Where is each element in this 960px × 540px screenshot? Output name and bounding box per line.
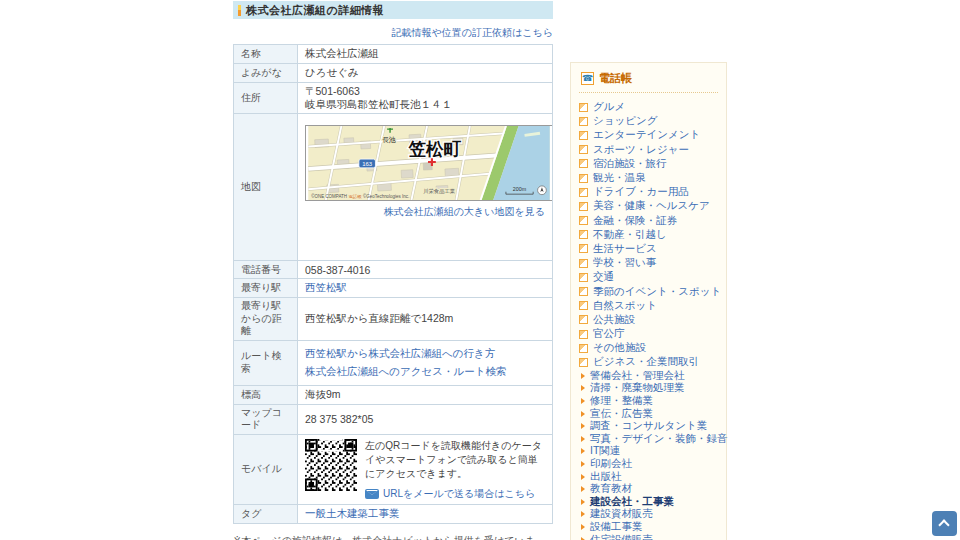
arrow-right-icon (581, 524, 585, 530)
sidebar-category-item[interactable]: 生活サービス (579, 242, 718, 256)
row-label: タグ (234, 504, 298, 523)
sidebar-category-item[interactable]: 美容・健康・ヘルスケア (579, 199, 718, 213)
sidebar-category-link[interactable]: 自然スポット (593, 299, 657, 313)
sidebar-category-link[interactable]: 生活サービス (593, 242, 657, 256)
memo-icon (579, 216, 588, 225)
sidebar-category-item[interactable]: エンターテインメント (579, 128, 718, 142)
memo-icon (579, 273, 588, 282)
sidebar-category-item[interactable]: 宿泊施設・旅行 (579, 157, 718, 171)
sidebar-category-item[interactable]: 交通 (579, 270, 718, 284)
sidebar-category-item[interactable]: 自然スポット (579, 299, 718, 313)
row-label: ルート検索 (234, 340, 298, 385)
sidebar-category-link[interactable]: 官公庁 (593, 327, 625, 341)
nearest-station-link[interactable]: 西笠松駅 (305, 281, 347, 293)
arrow-right-icon (581, 486, 585, 492)
sidebar-category-item[interactable]: 季節のイベント・スポット (579, 284, 718, 298)
sidebar-business-link[interactable]: 住宅設備販売 (590, 533, 653, 540)
sidebar-business-item[interactable]: IT関連 (579, 445, 718, 458)
sidebar-business-item[interactable]: 住宅設備販売 (579, 533, 718, 540)
sidebar-business-item[interactable]: 建設会社・工事業 (579, 496, 718, 509)
company-address: 〒501-6063 岐阜県羽島郡笠松町長池１４１ (298, 83, 553, 114)
route-shield: 163 (359, 159, 376, 168)
big-map-link[interactable]: 株式会社広瀬組の大きい地図を見る (305, 205, 545, 219)
arrow-right-icon (581, 373, 585, 379)
sidebar-category-link[interactable]: その他施設 (593, 341, 646, 355)
memo-icon (579, 330, 588, 339)
svg-text:163: 163 (362, 161, 373, 167)
sidebar-category-link[interactable]: ドライブ・カー用品 (593, 185, 689, 199)
sidebar-category-link[interactable]: 宿泊施設・旅行 (593, 157, 667, 171)
postal-code: 〒501-6063 (305, 85, 545, 98)
sidebar-category-item[interactable]: 観光・温泉 (579, 171, 718, 185)
memo-icon (579, 244, 588, 253)
address-line: 岐阜県羽島郡笠松町長池１４１ (305, 98, 545, 111)
row-label: 名称 (234, 45, 298, 64)
sidebar-category-link[interactable]: 交通 (593, 270, 614, 284)
sidebar-category-item[interactable]: 官公庁 (579, 327, 718, 341)
phone-icon: ☎ (581, 72, 594, 85)
sidebar-business-item[interactable]: 清掃・廃棄物処理業 (579, 382, 718, 395)
sidebar-category-link[interactable]: ショッピング (593, 114, 657, 128)
sidebar-category-link[interactable]: グルメ (593, 100, 625, 114)
arrow-right-icon (581, 411, 585, 417)
memo-icon (579, 174, 588, 183)
sidebar-category-link[interactable]: 観光・温泉 (593, 171, 646, 185)
sidebar-business-item[interactable]: 調査・コンサルタント業 (579, 420, 718, 433)
mapcode-value: 28 375 382*05 (298, 404, 553, 434)
sidebar-category-link[interactable]: スポーツ・レジャー (593, 143, 689, 157)
route-search-link[interactable]: 株式会社広瀬組へのアクセス・ルート検索 (305, 365, 545, 379)
sidebar-category-link[interactable]: 金融・保険・証券 (593, 214, 677, 228)
compass-icon (538, 186, 547, 195)
arrow-right-icon (581, 474, 585, 480)
route-directions-link[interactable]: 西笠松駅から株式会社広瀬組への行き方 (305, 347, 545, 361)
sidebar-business-item[interactable]: 警備会社・管理会社 (579, 370, 718, 383)
arrow-right-icon (581, 537, 585, 540)
sidebar-business-item[interactable]: 宣伝・広告業 (579, 407, 718, 420)
sidebar-business-item[interactable]: 印刷会社 (579, 458, 718, 471)
sidebar-header-label: 電話帳 (599, 71, 632, 86)
memo-icon (579, 202, 588, 211)
sidebar-category-item[interactable]: ショッピング (579, 114, 718, 128)
sidebar-business-item[interactable]: 設備工事業 (579, 521, 718, 534)
correction-request-link[interactable]: 記載情報や位置の訂正依頼はこちら (392, 27, 553, 38)
sidebar-category-item[interactable]: 学校・習い事 (579, 256, 718, 270)
sidebar-category-item[interactable]: 公共施設 (579, 313, 718, 327)
send-url-mail-link[interactable]: URLをメールで送る場合はこちら (383, 487, 535, 501)
sidebar-category-link[interactable]: 不動産・引越し (593, 228, 667, 242)
page-title-bar: 株式会社広瀬組の詳細情報 (233, 1, 553, 19)
sidebar-category-link[interactable]: 季節のイベント・スポット (593, 285, 721, 299)
memo-icon (579, 358, 588, 367)
memo-icon (579, 145, 588, 154)
sidebar-category-item[interactable]: グルメ (579, 100, 718, 114)
tag-link[interactable]: 一般土木建築工事業 (305, 507, 400, 519)
sidebar-category-link[interactable]: 学校・習い事 (593, 256, 656, 270)
sidebar-category-item[interactable]: 金融・保険・証券 (579, 214, 718, 228)
memo-icon (579, 344, 588, 353)
sidebar-category-item[interactable]: ビジネス・企業間取引 (579, 355, 718, 369)
scroll-to-top-button[interactable] (932, 511, 957, 536)
arrow-right-icon (581, 398, 585, 404)
map-image[interactable]: 163 長池 笠松町 川栄食品工業 ©ONE COMPATH 電話帳 ©GeoT… (305, 125, 553, 201)
sidebar-category-link[interactable]: 美容・健康・ヘルスケア (593, 199, 710, 213)
sidebar-business-item[interactable]: 出版社 (579, 470, 718, 483)
detail-table: 名称 株式会社広瀬組 よみがな ひろせぐみ 住所 〒501-6063 岐阜県羽島… (233, 44, 553, 524)
sidebar-category-item[interactable]: その他施設 (579, 341, 718, 355)
sidebar-business-item[interactable]: 修理・整備業 (579, 395, 718, 408)
sidebar-category-item[interactable]: スポーツ・レジャー (579, 143, 718, 157)
sidebar-header[interactable]: ☎ 電話帳 (579, 69, 718, 93)
memo-icon (579, 301, 588, 310)
sidebar-category-link[interactable]: ビジネス・企業間取引 (593, 355, 699, 369)
elevation-value: 海抜9m (298, 385, 553, 404)
sidebar-business-item[interactable]: 建設資材販売 (579, 508, 718, 521)
main-content: 株式会社広瀬組の詳細情報 記載情報や位置の訂正依頼はこちら 名称 株式会社広瀬組… (233, 0, 553, 540)
arrow-right-icon (581, 511, 585, 517)
sidebar-category-item[interactable]: ドライブ・カー用品 (579, 185, 718, 199)
arrow-right-icon (581, 448, 585, 454)
sidebar-category-item[interactable]: 不動産・引越し (579, 228, 718, 242)
sidebar-business-item[interactable]: 写真・デザイン・装飾・録音 (579, 433, 718, 446)
table-row: 住所 〒501-6063 岐阜県羽島郡笠松町長池１４１ (234, 83, 553, 114)
table-row: ルート検索 西笠松駅から株式会社広瀬組への行き方 株式会社広瀬組へのアクセス・ル… (234, 340, 553, 385)
sidebar-category-link[interactable]: 公共施設 (593, 313, 635, 327)
sidebar-category-link[interactable]: エンターテインメント (593, 128, 700, 142)
sidebar-business-item[interactable]: 教育教材 (579, 483, 718, 496)
